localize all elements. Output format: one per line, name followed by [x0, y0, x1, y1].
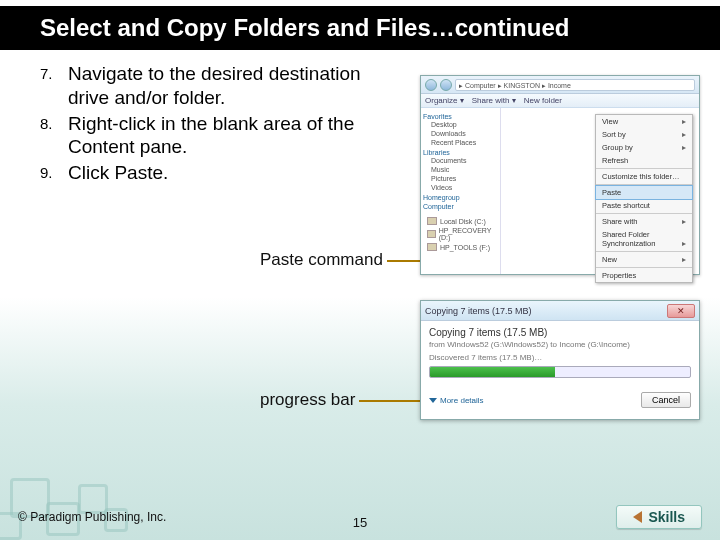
progress-bar-track — [429, 366, 691, 378]
nav-item: Videos — [423, 184, 498, 193]
dialog-body: Copying 7 items (17.5 MB) from Windows52… — [421, 321, 699, 392]
content-pane: View Sort by Group by Refresh Customize … — [501, 108, 699, 274]
nav-item: Music — [423, 166, 498, 175]
progress-bar-fill — [430, 367, 555, 377]
step-8: 8. Right-click in the blank area of the … — [40, 112, 374, 160]
ctx-sharedsync: Shared Folder Synchronization — [596, 228, 692, 250]
copy-dialog: Copying 7 items (17.5 MB) ✕ Copying 7 it… — [420, 300, 700, 420]
skills-button[interactable]: Skills — [616, 505, 702, 529]
ctx-new: New — [596, 253, 692, 266]
step-7: 7. Navigate to the desired destination d… — [40, 62, 374, 110]
ctx-separator — [596, 213, 692, 214]
ctx-sortby: Sort by — [596, 128, 692, 141]
step-number: 8. — [40, 112, 68, 160]
page-title: Select and Copy Folders and Files…contin… — [0, 6, 720, 50]
nav-item: Pictures — [423, 175, 498, 184]
toolbar-share: Share with ▾ — [472, 96, 516, 105]
ctx-properties: Properties — [596, 269, 692, 282]
toolbar-newfolder: New folder — [524, 96, 562, 105]
nav-favorites: Favorites — [423, 113, 498, 120]
explorer-toolbar: Organize ▾ Share with ▾ New folder — [421, 94, 699, 108]
dialog-titlebar: Copying 7 items (17.5 MB) ✕ — [421, 301, 699, 321]
step-text: Right-click in the blank area of the Con… — [68, 112, 374, 160]
step-text: Navigate to the desired destination driv… — [68, 62, 374, 110]
dialog-from-line: from Windows52 (G:\Windows52) to Income … — [429, 340, 691, 349]
drive-item: HP_TOOLS (F:) — [427, 243, 494, 251]
dialog-title-text: Copying 7 items (17.5 MB) — [425, 306, 532, 316]
nav-item: Desktop — [423, 121, 498, 130]
ctx-paste-shortcut: Paste shortcut — [596, 199, 692, 212]
step-9: 9. Click Paste. — [40, 161, 374, 185]
ctx-refresh: Refresh — [596, 154, 692, 167]
ctx-separator — [596, 267, 692, 268]
dialog-heading: Copying 7 items (17.5 MB) — [429, 327, 691, 338]
drive-label: HP_TOOLS (F:) — [440, 244, 490, 251]
nav-computer: Computer — [423, 203, 498, 210]
callout-label: progress bar — [260, 390, 355, 409]
ctx-sharewith: Share with — [596, 215, 692, 228]
callout-paste-command: Paste command — [260, 250, 383, 270]
ctx-view: View — [596, 115, 692, 128]
callout-progress-bar: progress bar — [260, 390, 355, 410]
drive-label: Local Disk (C:) — [440, 218, 486, 225]
nav-libraries: Libraries — [423, 149, 498, 156]
more-details: More details — [429, 396, 484, 405]
step-text: Click Paste. — [68, 161, 374, 185]
triangle-left-icon — [633, 511, 642, 523]
drives-list: Local Disk (C:) HP_RECOVERY (D:) HP_TOOL… — [423, 211, 498, 257]
address-bar: ▸ Computer ▸ KINGSTON ▸ Income — [455, 79, 695, 91]
more-details-label: More details — [440, 396, 484, 405]
chevron-down-icon — [429, 398, 437, 403]
steps-column: 7. Navigate to the desired destination d… — [10, 62, 374, 187]
copyright: © Paradigm Publishing, Inc. — [18, 510, 166, 524]
steps-list: 7. Navigate to the desired destination d… — [10, 62, 374, 185]
cancel-button: Cancel — [641, 392, 691, 408]
dialog-footer: More details Cancel — [421, 392, 699, 414]
ctx-separator — [596, 168, 692, 169]
nav-item: Documents — [423, 157, 498, 166]
explorer-titlebar: ▸ Computer ▸ KINGSTON ▸ Income — [421, 76, 699, 94]
toolbar-organize: Organize ▾ — [425, 96, 464, 105]
close-icon: ✕ — [667, 304, 695, 318]
drive-icon — [427, 230, 436, 238]
drive-icon — [427, 217, 437, 225]
context-menu: View Sort by Group by Refresh Customize … — [595, 114, 693, 283]
skills-label: Skills — [648, 509, 685, 525]
step-number: 9. — [40, 161, 68, 185]
drive-icon — [427, 243, 437, 251]
explorer-window: ▸ Computer ▸ KINGSTON ▸ Income Organize … — [420, 75, 700, 275]
back-button-icon — [425, 79, 437, 91]
nav-item: Downloads — [423, 130, 498, 139]
drive-label: HP_RECOVERY (D:) — [439, 227, 494, 241]
ctx-groupby: Group by — [596, 141, 692, 154]
ctx-paste: Paste — [595, 185, 693, 200]
drive-item: HP_RECOVERY (D:) — [427, 227, 494, 241]
callout-label: Paste command — [260, 250, 383, 269]
step-number: 7. — [40, 62, 68, 110]
ctx-separator — [596, 251, 692, 252]
forward-button-icon — [440, 79, 452, 91]
dialog-discovered: Discovered 7 items (17.5 MB)… — [429, 353, 691, 362]
nav-item: Recent Places — [423, 139, 498, 148]
navigation-pane: Favorites Desktop Downloads Recent Place… — [421, 108, 501, 274]
drive-item: Local Disk (C:) — [427, 217, 494, 225]
ctx-customize: Customize this folder… — [596, 170, 692, 183]
nav-homegroup: Homegroup — [423, 194, 498, 201]
page-number: 15 — [353, 515, 367, 530]
explorer-body: Favorites Desktop Downloads Recent Place… — [421, 108, 699, 274]
